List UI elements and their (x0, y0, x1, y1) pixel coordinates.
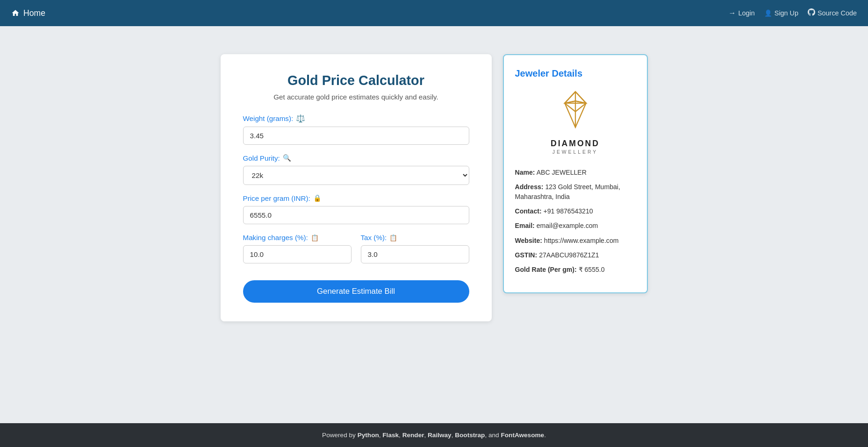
jeweler-card: Jeweler Details (503, 54, 648, 293)
purity-label-text: Gold Purity: (243, 154, 280, 162)
jeweler-logo-sub: JEWELLERY (552, 149, 598, 155)
jeweler-gstin: GSTIN: 27AABCU9876Z1Z1 (515, 250, 636, 260)
github-icon (808, 8, 815, 18)
tax-group: Tax (%): 📋 (361, 234, 469, 263)
login-nav-link[interactable]: → Login (729, 9, 755, 17)
jeweler-contact: Contact: +91 9876543210 (515, 206, 636, 216)
signup-label: Sign Up (775, 9, 798, 17)
weight-label: Weight (grams): ⚖️ (243, 114, 469, 123)
calculator-title: Gold Price Calculator (243, 73, 469, 88)
lock-icon: 🔒 (313, 194, 322, 202)
purity-group: Gold Purity: 🔍 18k 20k 22k 24k (243, 154, 469, 185)
tax-info-icon: 📋 (389, 234, 397, 241)
jeweler-gold-rate: Gold Rate (Per gm): ₹ 6555.0 (515, 265, 636, 275)
price-label: Price per gram (INR): 🔒 (243, 194, 469, 202)
weight-group: Weight (grams): ⚖️ (243, 114, 469, 145)
jeweler-website-value: https://www.example.com (544, 237, 619, 244)
jeweler-logo: DIAMOND JEWELLERY (515, 88, 636, 155)
jeweler-email-label: Email: (515, 222, 535, 229)
tax-label-text: Tax (%): (361, 234, 387, 241)
source-code-label: Source Code (818, 9, 857, 17)
jeweler-address-label: Address: (515, 183, 544, 191)
jeweler-gold-rate-value: ₹ 6555.0 (579, 266, 605, 273)
footer: Powered by Python, Flask, Render, Railwa… (0, 423, 868, 447)
home-brand[interactable]: Home (11, 8, 45, 18)
scale-icon: ⚖️ (296, 114, 305, 123)
login-label: Login (739, 9, 755, 17)
brand-label: Home (23, 8, 45, 18)
footer-highlight-railway: Railway, (428, 432, 453, 439)
jeweler-info: Name: ABC JEWELLER Address: 123 Gold Str… (515, 168, 636, 275)
jeweler-contact-value: +91 9876543210 (544, 207, 593, 215)
footer-suffix: and FontAwesome. (488, 432, 546, 439)
purity-label: Gold Purity: 🔍 (243, 154, 469, 162)
making-label: Making charges (%): 📋 (243, 234, 352, 241)
login-icon: → (729, 9, 736, 17)
footer-highlight-bootstrap: Bootstrap, (455, 432, 487, 439)
footer-highlight-render: Render, (402, 432, 426, 439)
footer-highlight-python: Python, (358, 432, 381, 439)
diamond-logo-svg (552, 88, 599, 135)
navbar-nav: → Login 👤 Sign Up Source Code (729, 8, 857, 18)
jeweler-email: Email: email@example.com (515, 221, 636, 231)
generate-button[interactable]: Generate Estimate Bill (243, 280, 469, 303)
main-content: Gold Price Calculator Get accurate gold … (0, 26, 868, 423)
calculator-card: Gold Price Calculator Get accurate gold … (221, 54, 492, 321)
jeweler-gstin-value: 27AABCU9876Z1Z1 (539, 251, 599, 259)
signup-icon: 👤 (764, 9, 772, 17)
weight-label-text: Weight (grams): (243, 114, 294, 122)
making-info-icon: 📋 (311, 234, 319, 241)
calculator-subtitle: Get accurate gold price estimates quickl… (243, 93, 469, 101)
jeweler-address: Address: 123 Gold Street, Mumbai, Mahara… (515, 182, 636, 202)
footer-highlight-flask: Flask, (382, 432, 401, 439)
jeweler-name: Name: ABC JEWELLER (515, 168, 636, 177)
jeweler-email-value: email@example.com (537, 222, 598, 229)
making-label-text: Making charges (%): (243, 234, 308, 241)
weight-input[interactable] (243, 127, 469, 145)
purity-select[interactable]: 18k 20k 22k 24k (243, 166, 469, 185)
price-group: Price per gram (INR): 🔒 (243, 194, 469, 224)
jeweler-contact-label: Contact: (515, 207, 542, 215)
making-input[interactable] (243, 245, 352, 263)
jeweler-gstin-label: GSTIN: (515, 251, 538, 259)
jeweler-website-label: Website: (515, 237, 542, 244)
jeweler-name-value: ABC JEWELLER (537, 169, 587, 176)
jeweler-title: Jeweler Details (515, 68, 636, 79)
price-label-text: Price per gram (INR): (243, 194, 310, 202)
charges-tax-row: Making charges (%): 📋 Tax (%): 📋 (243, 234, 469, 273)
jeweler-logo-text: DIAMOND (551, 139, 600, 149)
price-input[interactable] (243, 206, 469, 224)
tax-label: Tax (%): 📋 (361, 234, 469, 241)
tax-input[interactable] (361, 245, 469, 263)
signup-nav-link[interactable]: 👤 Sign Up (764, 9, 798, 17)
jeweler-website: Website: https://www.example.com (515, 236, 636, 246)
navbar: Home → Login 👤 Sign Up Source Code (0, 0, 868, 26)
source-code-nav-link[interactable]: Source Code (808, 8, 857, 18)
jeweler-gold-rate-label: Gold Rate (Per gm): (515, 266, 577, 273)
search-icon: 🔍 (283, 154, 291, 162)
footer-prefix: Powered by (322, 432, 356, 439)
making-group: Making charges (%): 📋 (243, 234, 352, 263)
home-icon (11, 9, 20, 17)
jeweler-name-label: Name: (515, 169, 535, 176)
